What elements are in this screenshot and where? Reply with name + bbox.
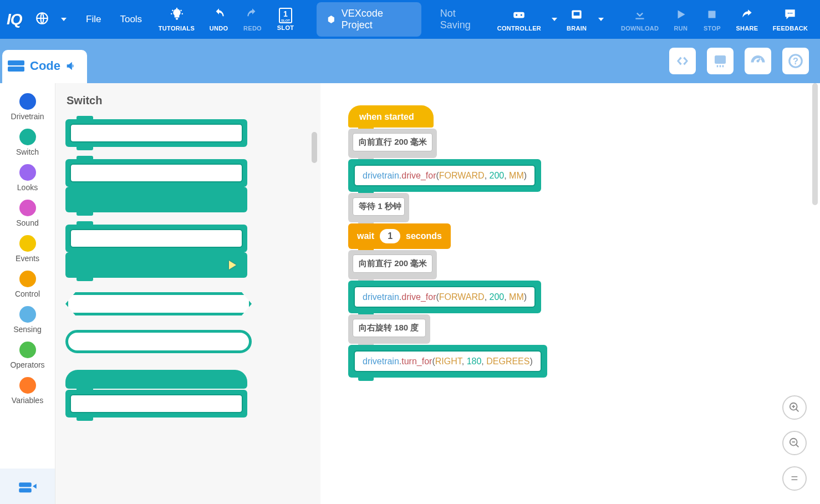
svg-rect-19 xyxy=(19,488,32,492)
stop-label: STOP xyxy=(704,25,721,32)
comment-text: 等待 1 秒钟 xyxy=(353,197,405,216)
switch-boolean-block[interactable] xyxy=(65,292,252,315)
switch-code-block[interactable]: drivetrain.turn_for(RIGHT, 180, DEGREES) xyxy=(348,345,547,378)
category-dot xyxy=(19,342,36,358)
controller-icon xyxy=(512,7,526,24)
download-button[interactable]: DOWNLOAD xyxy=(615,5,664,34)
when-started-hat[interactable]: when started xyxy=(348,105,434,128)
switch-reporter-block[interactable] xyxy=(65,330,252,353)
redo-label: REDO xyxy=(243,25,262,32)
category-label: Switch xyxy=(16,147,39,156)
project-name-button[interactable]: VEXcode Project xyxy=(317,2,421,37)
category-control[interactable]: Control xyxy=(0,268,55,301)
wait-label-after: seconds xyxy=(406,231,442,241)
run-button[interactable]: RUN xyxy=(668,5,694,34)
svg-rect-10 xyxy=(8,60,24,65)
switch-stack-block[interactable] xyxy=(65,119,247,147)
switch-c-block-play[interactable] xyxy=(65,252,247,278)
subbar: Code ? xyxy=(0,39,820,83)
category-switch[interactable]: Switch xyxy=(0,126,55,159)
switch-stack-block[interactable] xyxy=(65,159,247,187)
svg-rect-11 xyxy=(8,67,24,72)
share-button[interactable]: SHARE xyxy=(730,5,764,34)
switch-code-block[interactable]: drivetrain.drive_for(FORWARD, 200, MM) xyxy=(348,281,541,313)
slot-button[interactable]: 1 SLOT SLOT xyxy=(271,6,300,33)
slot-label: SLOT xyxy=(277,24,294,31)
switch-stack-block[interactable] xyxy=(65,390,247,418)
help-button[interactable]: ? xyxy=(782,48,809,74)
tools-menu[interactable]: Tools xyxy=(112,11,150,28)
switch-hat-block[interactable] xyxy=(65,370,247,389)
devices-button[interactable] xyxy=(707,48,734,74)
category-dot xyxy=(19,271,36,287)
category-drivetrain[interactable]: Drivetrain xyxy=(0,91,55,123)
svg-rect-12 xyxy=(715,55,726,64)
script-stack[interactable]: when started 向前直行 200 毫米 drivetrain.driv… xyxy=(348,105,547,378)
wait-block[interactable]: wait 1 seconds xyxy=(348,223,451,249)
category-looks[interactable]: Looks xyxy=(0,162,55,194)
language-dropdown[interactable] xyxy=(29,9,55,30)
category-dot xyxy=(19,235,36,252)
controller-button[interactable]: CONTROLLER xyxy=(492,5,547,34)
globe-icon xyxy=(35,11,49,28)
brain-label: BRAIN xyxy=(567,25,587,32)
comment-block[interactable]: 向前直行 200 毫米 xyxy=(348,250,437,279)
comment-text: 向前直行 200 毫米 xyxy=(353,254,432,273)
comment-block[interactable]: 向前直行 200 毫米 xyxy=(348,129,437,158)
category-sound[interactable]: Sound xyxy=(0,197,55,230)
svg-rect-15 xyxy=(722,65,724,68)
category-label: Looks xyxy=(17,183,38,192)
hexagon-icon xyxy=(327,14,336,24)
category-variables[interactable]: Variables xyxy=(0,375,55,407)
svg-rect-14 xyxy=(720,65,721,68)
code-brackets-icon xyxy=(674,53,691,69)
extensions-button[interactable] xyxy=(0,469,55,504)
undo-icon xyxy=(212,7,226,24)
file-menu[interactable]: File xyxy=(78,11,109,28)
category-dot xyxy=(19,200,36,216)
brain-button[interactable]: BRAIN xyxy=(561,5,593,34)
switch-c-block[interactable] xyxy=(65,187,247,212)
code-tab[interactable]: Code xyxy=(2,50,87,83)
switch-code-block[interactable]: drivetrain.drive_for(FORWARD, 200, MM) xyxy=(348,159,541,192)
wait-label-before: wait xyxy=(357,231,374,241)
category-events[interactable]: Events xyxy=(0,233,55,265)
zoom-out-button[interactable] xyxy=(782,431,807,455)
tutorials-label: TUTORIALS xyxy=(159,25,195,32)
wait-value[interactable]: 1 xyxy=(380,229,400,243)
extensions-icon xyxy=(18,478,38,494)
monitor-button[interactable] xyxy=(745,48,771,74)
palette-scrollbar[interactable] xyxy=(312,132,317,163)
tutorials-button[interactable]: TUTORIALS xyxy=(153,5,200,34)
zoom-reset-button[interactable]: = xyxy=(782,466,807,491)
palette-title: Switch xyxy=(67,94,320,107)
category-operators[interactable]: Operators xyxy=(0,339,55,371)
chevron-down-icon xyxy=(61,18,67,21)
share-icon xyxy=(740,7,754,24)
category-dot xyxy=(19,306,36,323)
workspace-scrollbar[interactable] xyxy=(812,83,818,504)
zoom-in-icon xyxy=(788,401,801,414)
comment-block[interactable]: 向右旋转 180 度 xyxy=(348,314,430,344)
category-label: Variables xyxy=(12,396,43,405)
slot-icon: 1 SLOT xyxy=(279,8,292,23)
stop-button[interactable]: STOP xyxy=(697,5,727,34)
devices-icon xyxy=(712,53,729,69)
svg-point-8 xyxy=(790,13,791,14)
category-dot xyxy=(19,164,36,181)
workspace[interactable]: when started 向前直行 200 毫米 drivetrain.driv… xyxy=(320,83,820,504)
svg-rect-13 xyxy=(717,65,719,68)
comment-block[interactable]: 等待 1 秒钟 xyxy=(348,193,409,222)
zoom-in-button[interactable] xyxy=(782,395,807,420)
feedback-button[interactable]: FEEDBACK xyxy=(767,5,813,34)
help-icon: ? xyxy=(787,53,804,69)
category-sensing[interactable]: Sensing xyxy=(0,304,55,336)
code-viewer-button[interactable] xyxy=(669,48,696,74)
redo-button[interactable]: REDO xyxy=(237,5,268,34)
run-label: RUN xyxy=(674,25,688,32)
switch-stack-block[interactable] xyxy=(65,225,247,252)
undo-button[interactable]: UNDO xyxy=(203,5,234,34)
svg-point-9 xyxy=(792,13,793,14)
category-dot xyxy=(19,129,36,145)
feedback-label: FEEDBACK xyxy=(773,25,808,32)
